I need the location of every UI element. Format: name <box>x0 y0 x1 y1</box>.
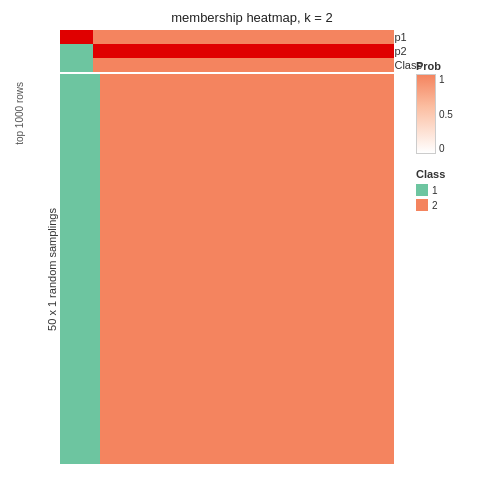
p2-red-segment <box>93 44 394 58</box>
legend-class-label-2: 2 <box>432 200 438 211</box>
legend-class-label-1: 1 <box>432 185 438 196</box>
legend-gradient-labels: 1 0.5 0 <box>436 74 453 154</box>
p2-teal-segment <box>60 44 93 58</box>
legend-prob-gradient-row: 1 0.5 0 <box>416 74 496 154</box>
legend-class-item-2: 2 <box>416 199 496 211</box>
legend-class-section: Class 1 2 <box>416 168 496 211</box>
legend-prob-min: 0 <box>439 143 453 154</box>
heatmap-salmon-col <box>100 74 394 464</box>
bar-class <box>60 58 394 72</box>
legend-class-item-1: 1 <box>416 184 496 196</box>
row-label-p1: p1 <box>391 30 422 44</box>
y-axis-sub: top 1000 rows <box>10 74 28 464</box>
chart-title: membership heatmap, k = 2 <box>0 0 504 29</box>
row-label-p2: p2 <box>391 44 422 58</box>
heatmap-body <box>60 74 394 464</box>
heatmap-teal-col <box>60 74 100 464</box>
legend-prob-max: 1 <box>439 74 453 85</box>
class-teal-segment <box>60 58 93 72</box>
bar-p2 <box>60 44 394 58</box>
y-label-main-text: 50 x 1 random samplings <box>46 208 58 331</box>
class-salmon-segment <box>93 58 394 72</box>
legend-swatch-1 <box>416 184 428 196</box>
chart-area <box>60 30 394 464</box>
page: membership heatmap, k = 2 p1 p2 Class <box>0 0 504 504</box>
legend-gradient-bar <box>416 74 436 154</box>
bar-p1 <box>60 30 394 44</box>
legend-prob-mid: 0.5 <box>439 109 453 120</box>
legend-swatch-2 <box>416 199 428 211</box>
y-label-sub-text: top 1000 rows <box>14 82 25 145</box>
p1-red-segment <box>60 30 93 44</box>
legend: Prob 1 0.5 0 Class 1 2 <box>416 60 496 214</box>
legend-class-title: Class <box>416 168 496 180</box>
p1-salmon-segment <box>93 30 394 44</box>
legend-prob-title: Prob <box>416 60 496 72</box>
y-axis-main: 50 x 1 random samplings <box>0 74 60 464</box>
top-bars <box>60 30 394 72</box>
